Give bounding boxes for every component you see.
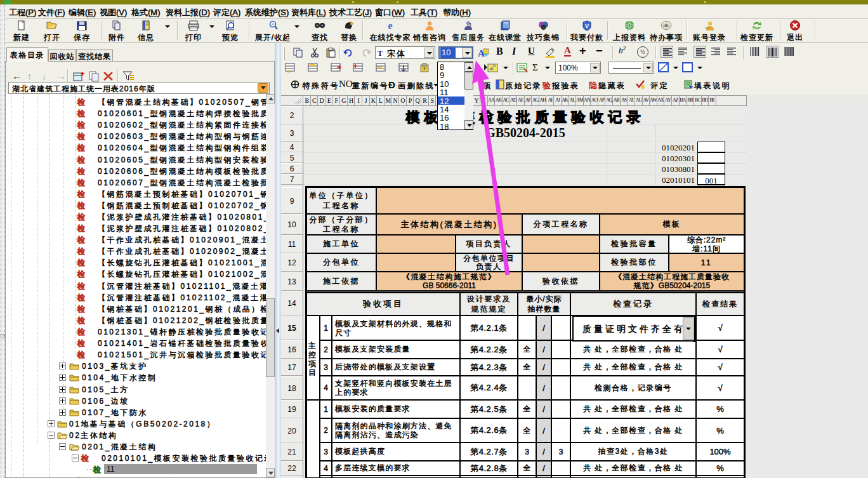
svg-text:T: T (378, 49, 383, 57)
svg-text:DVD: DVD (663, 24, 670, 28)
svg-text:½: ½ (640, 49, 645, 55)
svg-text:e: e (388, 20, 392, 31)
svg-text:V: V (585, 23, 589, 29)
